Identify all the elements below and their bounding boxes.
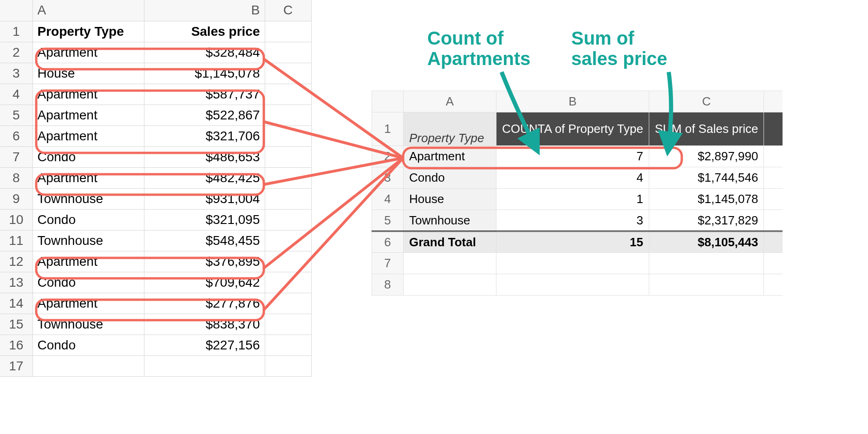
cell-sales-price[interactable]: $277,876 [144, 293, 265, 314]
pivot-cell-type[interactable]: Townhouse [404, 210, 496, 231]
row-header[interactable]: 7 [0, 146, 33, 167]
cell-property-type[interactable]: Condo [33, 209, 144, 230]
cell[interactable] [496, 274, 649, 296]
cell[interactable] [265, 21, 311, 42]
cell[interactable] [265, 314, 311, 335]
pivot-cell-count[interactable]: 3 [496, 210, 649, 231]
row-header[interactable]: 8 [372, 274, 404, 296]
pivot-grand-total-count[interactable]: 15 [496, 231, 649, 253]
row-header[interactable]: 9 [0, 188, 33, 209]
cell-sales-price[interactable]: $328,484 [144, 42, 265, 63]
cell[interactable] [764, 274, 783, 296]
pivot-grand-total-label[interactable]: Grand Total [404, 231, 496, 253]
cell-sales-price[interactable]: $587,737 [144, 84, 265, 105]
cell[interactable] [265, 230, 311, 251]
pivot-column-header-A[interactable]: A [404, 91, 496, 112]
cell-property-type[interactable]: House [33, 63, 144, 84]
cell[interactable] [265, 42, 311, 63]
cell-sales-price[interactable]: $486,653 [144, 146, 265, 167]
pivot-cell-sum[interactable]: $2,317,829 [649, 210, 764, 231]
row-header[interactable]: 3 [372, 167, 404, 189]
cell[interactable] [265, 146, 311, 167]
cell[interactable] [649, 253, 764, 274]
pivot-column-header-B[interactable]: B [496, 91, 649, 112]
pivot-column-header-C[interactable]: C [649, 91, 764, 112]
pivot-cell-count[interactable]: 1 [496, 189, 649, 210]
source-data-table[interactable]: A B C 1 Property Type Sales price 2Apart… [0, 0, 312, 377]
row-header[interactable]: 5 [372, 210, 404, 231]
cell[interactable] [265, 293, 311, 314]
row-header[interactable]: 4 [372, 189, 404, 210]
cell[interactable] [265, 335, 311, 355]
column-header-B[interactable]: B [144, 0, 265, 21]
cell-property-type[interactable]: Apartment [33, 167, 144, 188]
column-header-A[interactable]: A [33, 0, 144, 21]
pivot-column-header-blank[interactable] [764, 91, 783, 112]
pivot-table[interactable]: A B C 1 Property Type COUNTA of Property… [372, 91, 783, 296]
pivot-cell-type[interactable]: House [404, 189, 496, 210]
select-all-cell[interactable] [0, 0, 33, 21]
row-header[interactable]: 11 [0, 230, 33, 251]
cell[interactable] [265, 209, 311, 230]
row-header[interactable]: 2 [372, 146, 404, 167]
pivot-cell-count[interactable]: 7 [496, 146, 649, 167]
cell[interactable] [764, 167, 783, 189]
row-header[interactable]: 3 [0, 63, 33, 84]
cell[interactable] [265, 63, 311, 84]
cell[interactable] [265, 167, 311, 188]
cell-property-type[interactable]: Apartment [33, 293, 144, 314]
cell-property-type[interactable]: Condo [33, 335, 144, 355]
cell[interactable] [496, 253, 649, 274]
cell[interactable] [764, 189, 783, 210]
cell-sales-price[interactable]: $321,706 [144, 125, 265, 146]
row-header[interactable]: 16 [0, 335, 33, 355]
pivot-cell-type[interactable]: Apartment [404, 146, 496, 167]
cell-property-type[interactable]: Condo [33, 146, 144, 167]
pivot-cell-count[interactable]: 4 [496, 167, 649, 189]
pivot-cell-sum[interactable]: $1,744,546 [649, 167, 764, 189]
cell[interactable] [265, 84, 311, 105]
row-header[interactable]: 1 [372, 112, 404, 146]
row-header[interactable]: 8 [0, 167, 33, 188]
pivot-cell-sum[interactable]: $1,145,078 [649, 189, 764, 210]
header-sales-price[interactable]: Sales price [144, 21, 265, 42]
row-header[interactable]: 14 [0, 293, 33, 314]
cell-property-type[interactable]: Townhouse [33, 188, 144, 209]
cell-property-type[interactable]: Townhouse [33, 230, 144, 251]
cell-sales-price[interactable]: $522,867 [144, 105, 265, 125]
cell[interactable] [764, 112, 783, 146]
cell[interactable] [404, 253, 496, 274]
row-header[interactable]: 4 [0, 84, 33, 105]
row-header[interactable]: 10 [0, 209, 33, 230]
cell-sales-price[interactable] [144, 355, 265, 376]
pivot-header-sum[interactable]: SUM of Sales price [649, 112, 764, 146]
row-header[interactable]: 6 [372, 231, 404, 253]
cell[interactable] [404, 274, 496, 296]
cell-property-type[interactable] [33, 355, 144, 376]
cell[interactable] [764, 231, 783, 253]
cell-sales-price[interactable]: $227,156 [144, 335, 265, 355]
pivot-header-property-type[interactable]: Property Type [404, 112, 496, 146]
header-property-type[interactable]: Property Type [33, 21, 144, 42]
cell-property-type[interactable]: Apartment [33, 84, 144, 105]
cell-property-type[interactable]: Apartment [33, 105, 144, 125]
cell[interactable] [265, 125, 311, 146]
cell[interactable] [764, 210, 783, 231]
cell-property-type[interactable]: Townhouse [33, 314, 144, 335]
cell[interactable] [764, 253, 783, 274]
pivot-header-counta[interactable]: COUNTA of Property Type [496, 112, 649, 146]
cell[interactable] [265, 188, 311, 209]
cell-sales-price[interactable]: $838,370 [144, 314, 265, 335]
pivot-cell-type[interactable]: Condo [404, 167, 496, 189]
row-header[interactable]: 15 [0, 314, 33, 335]
cell-sales-price[interactable]: $931,004 [144, 188, 265, 209]
cell-sales-price[interactable]: $1,145,078 [144, 63, 265, 84]
row-header[interactable]: 13 [0, 272, 33, 293]
pivot-cell-sum[interactable]: $2,897,990 [649, 146, 764, 167]
cell-sales-price[interactable]: $482,425 [144, 167, 265, 188]
cell-property-type[interactable]: Apartment [33, 125, 144, 146]
cell[interactable] [265, 251, 311, 272]
row-header[interactable]: 2 [0, 42, 33, 63]
row-header[interactable]: 12 [0, 251, 33, 272]
row-header[interactable]: 6 [0, 125, 33, 146]
